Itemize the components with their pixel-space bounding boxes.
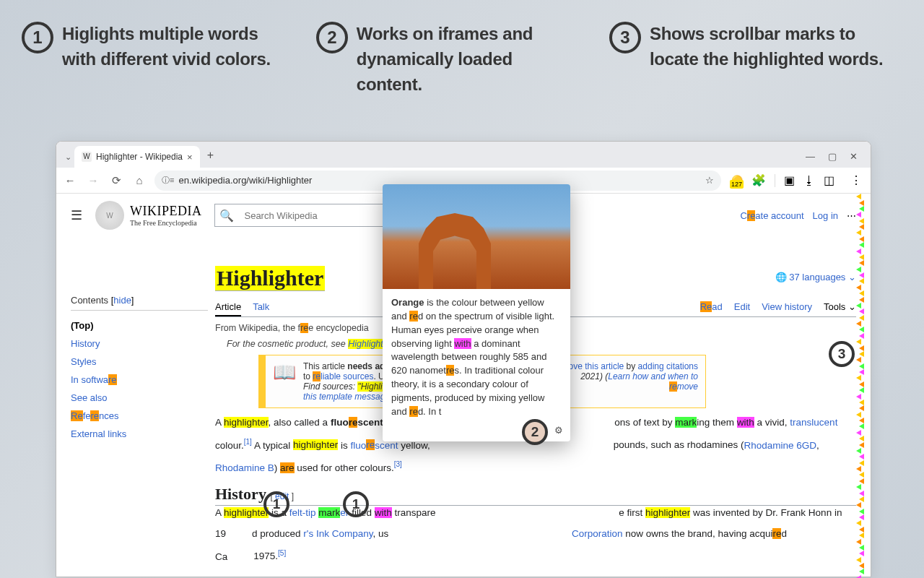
badge-3: 3 [609,22,641,53]
toc-item-external[interactable]: External links [71,425,215,443]
feature-1: 1 Higlights multiple words with differen… [22,22,287,97]
arch-shape [419,213,491,289]
cast-icon[interactable]: ▣ [784,173,795,187]
tab-favicon: W [82,152,92,162]
tab-history[interactable]: View history [762,298,812,315]
feature-2: 2 Works on iframes and dynamically loade… [316,22,580,97]
toolbar-right: 🟡127 🧩 ▣ ⭳ ◫ ⋮ [728,173,865,187]
section-history: History [ edit ] [215,485,856,506]
toc-hide-link[interactable]: hide [113,295,131,306]
toc-item-styles[interactable]: Styles [71,353,215,371]
more-icon[interactable]: ⋯ [847,210,856,221]
extension-icon[interactable]: 🟡127 [731,175,743,186]
home-button[interactable]: ⌂ [131,174,147,186]
extensions-button[interactable]: 🧩 [751,173,766,187]
popup-image [383,184,570,289]
minimize-icon[interactable]: — [806,151,815,162]
wikipedia-wordmark: WIKIPEDIA [130,204,201,219]
tab-search-icon[interactable]: ⌄ [65,152,71,162]
tab-read[interactable]: Read [700,298,723,315]
feature-3: 3 Shows scrollbar marks to locate the hi… [609,22,895,97]
tab-talk[interactable]: Talk [253,298,269,315]
create-account-link[interactable]: Create account [740,210,803,221]
menu-icon[interactable]: ⋮ [850,173,862,187]
account-links: Create account Log in ⋯ [740,210,856,221]
download-icon[interactable]: ⭳ [803,174,815,187]
badge-1: 1 [22,22,53,53]
para-1c: Rhodamine B) are used for other colours.… [215,459,856,475]
article-title: Highlighter [215,266,325,291]
overlay-badge-1a: 1 [263,491,289,517]
toc-item-seealso[interactable]: See also [71,389,215,407]
popup-text: Orange is the colour between yellow and … [383,289,570,423]
tab-article[interactable]: Article [215,298,241,316]
window-controls: — ▢ ✕ [806,151,865,168]
browser-tab[interactable]: W Highlighter - Wikipedia × [74,146,200,168]
new-tab-button[interactable]: + [207,149,214,162]
extension-count-badge: 127 [730,180,744,189]
tab-edit[interactable]: Edit [734,298,750,315]
overlay-badge-1b: 1 [343,491,369,517]
toc-item-top[interactable]: (Top) [71,316,215,335]
feature-1-text: Higlights multiple words with different … [62,22,287,72]
toc-divider [71,310,208,311]
toc-item-references[interactable]: References [71,407,215,425]
tab-tools[interactable]: Tools ⌄ [824,298,856,315]
search-icon: 🔍 [215,204,238,226]
forward-button[interactable]: → [85,174,101,186]
language-selector[interactable]: 🌐 37 languages ⌄ [775,272,856,282]
titlebar: ⌄ W Highlighter - Wikipedia × + — ▢ ✕ [56,142,871,168]
reload-button[interactable]: ⟳ [108,174,124,187]
url-text: en.wikipedia.org/wiki/Highlighter [178,175,312,186]
tab-close-icon[interactable]: × [187,152,193,163]
toc-title: Contents [71,295,108,306]
site-info-icon[interactable]: ⓘ≡ [162,175,174,186]
login-link[interactable]: Log in [813,210,838,221]
overlay-badge-2: 2 [522,419,548,445]
maximize-icon[interactable]: ▢ [828,151,837,162]
toc-item-software[interactable]: In software [71,371,215,389]
link-preview-popup: Orange is the colour between yellow and … [383,184,570,441]
star-icon[interactable]: ☆ [705,175,714,186]
feature-2-text: Works on iframes and dynamically loaded … [357,22,580,97]
wikipedia-logo[interactable]: W WIKIPEDIA The Free Encyclopedia [95,201,201,230]
toc-item-history[interactable]: History [71,335,215,353]
para-2: A highlighter is a felt-tip marker fille… [215,506,856,521]
back-button[interactable]: ← [62,174,78,186]
divider [775,174,775,187]
tab-title: Highlighter - Wikipedia [96,152,183,162]
wikipedia-tagline: The Free Encyclopedia [130,219,201,227]
book-icon: 📖 [273,361,296,402]
sidepanel-icon[interactable]: ◫ [824,173,834,187]
feature-row: 1 Higlights multiple words with differen… [0,0,924,111]
badge-2: 2 [316,22,348,53]
para-2c: Ca1975.[5] [215,548,856,564]
section-styles: Styles [ edit ] [215,573,856,577]
feature-3-text: Shows scrollbar marks to locate the high… [650,22,895,72]
toc-sidebar: Contents [hide] (Top) History Styles In … [71,237,215,577]
globe-icon: W [95,201,124,230]
overlay-badge-3: 3 [829,341,855,367]
menu-hamburger-icon[interactable]: ☰ [71,207,82,223]
close-icon[interactable]: ✕ [850,151,858,162]
para-2b: 19d produced r's Ink Company, us Corpora… [215,527,856,542]
